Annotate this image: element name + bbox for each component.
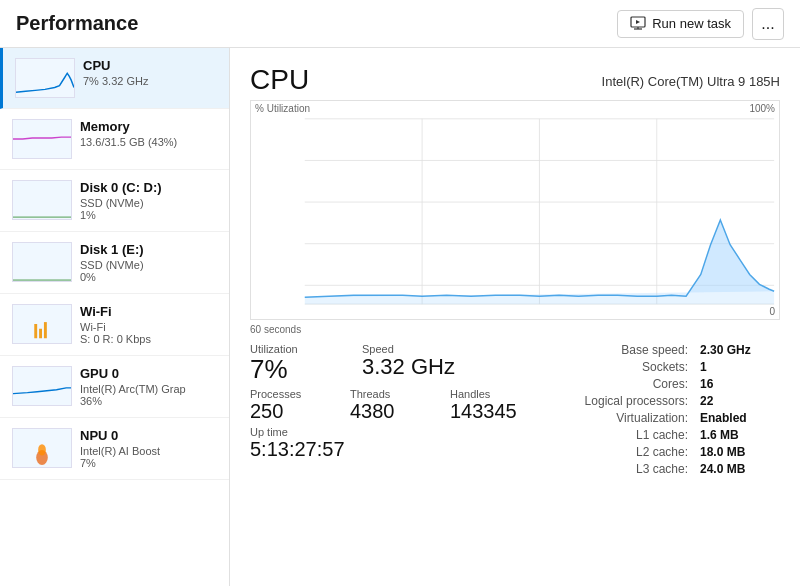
sockets-val: 1 [700, 360, 780, 374]
l3-key: L3 cache: [558, 462, 688, 476]
sidebar-item-gpu0[interactable]: GPU 0 Intel(R) Arc(TM) Grap 36% [0, 356, 229, 418]
wifi-item-info: Wi-Fi Wi-Fi S: 0 R: 0 Kbps [80, 304, 217, 345]
chart-time-label: 60 seconds [250, 324, 780, 335]
info-row-l1: L1 cache: 1.6 MB [558, 428, 780, 442]
run-new-task-button[interactable]: Run new task [617, 10, 744, 38]
handles-block: Handles 143345 [450, 388, 530, 422]
info-row-l2: L2 cache: 18.0 MB [558, 445, 780, 459]
threads-label: Threads [350, 388, 430, 400]
disk0-mini-chart [12, 180, 72, 220]
info-row-l3: L3 cache: 24.0 MB [558, 462, 780, 476]
wifi-item-sub2: S: 0 R: 0 Kbps [80, 333, 217, 345]
sidebar-item-cpu[interactable]: CPU 7% 3.32 GHz [0, 48, 229, 109]
main-layout: CPU 7% 3.32 GHz Memory 13.6/31.5 GB (43%… [0, 48, 800, 586]
memory-item-name: Memory [80, 119, 217, 134]
base-speed-val: 2.30 GHz [700, 343, 780, 357]
memory-mini-chart [12, 119, 72, 159]
handles-value: 143345 [450, 400, 530, 422]
sidebar-item-disk0[interactable]: Disk 0 (C: D:) SSD (NVMe) 1% [0, 170, 229, 232]
run-new-task-label: Run new task [652, 16, 731, 31]
disk1-mini-chart [12, 242, 72, 282]
more-options-icon: ... [761, 15, 774, 33]
npu0-mini-chart [12, 428, 72, 468]
l3-val: 24.0 MB [700, 462, 780, 476]
memory-item-sub: 13.6/31.5 GB (43%) [80, 136, 217, 148]
sockets-key: Sockets: [558, 360, 688, 374]
gpu0-item-name: GPU 0 [80, 366, 217, 381]
disk1-item-sub1: SSD (NVMe) [80, 259, 217, 271]
uptime-label: Up time [250, 426, 530, 438]
processes-block: Processes 250 [250, 388, 330, 422]
left-stats: Utilization 7% Speed 3.32 GHz Processes … [250, 343, 530, 460]
processes-value: 250 [250, 400, 330, 422]
info-row-cores: Cores: 16 [558, 377, 780, 391]
uptime-block: Up time 5:13:27:57 [250, 426, 530, 460]
utilization-value: 7% [250, 355, 330, 384]
page-title: Performance [16, 12, 138, 35]
svg-rect-5 [39, 329, 42, 339]
sidebar-item-npu0[interactable]: NPU 0 Intel(R) AI Boost 7% [0, 418, 229, 480]
disk1-item-name: Disk 1 (E:) [80, 242, 217, 257]
info-row-sockets: Sockets: 1 [558, 360, 780, 374]
cpu-chart: % Utilization 100% 0 [250, 100, 780, 320]
cpu-model: Intel(R) Core(TM) Ultra 9 185H [602, 74, 780, 89]
header-actions: Run new task ... [617, 8, 784, 40]
info-row-virtualization: Virtualization: Enabled [558, 411, 780, 425]
l1-key: L1 cache: [558, 428, 688, 442]
svg-rect-6 [34, 324, 37, 338]
info-row-base-speed: Base speed: 2.30 GHz [558, 343, 780, 357]
speed-value: 3.32 GHz [362, 355, 455, 379]
speed-block: Speed 3.32 GHz [362, 343, 455, 384]
cpu-item-name: CPU [83, 58, 217, 73]
info-row-logical-processors: Logical processors: 22 [558, 394, 780, 408]
gpu0-item-sub1: Intel(R) Arc(TM) Grap [80, 383, 217, 395]
cpu-item-sub: 7% 3.32 GHz [83, 75, 217, 87]
uptime-value: 5:13:27:57 [250, 438, 530, 460]
cpu-mini-chart [15, 58, 75, 98]
wifi-item-sub1: Wi-Fi [80, 321, 217, 333]
svg-rect-7 [44, 322, 47, 338]
header: Performance Run new task ... [0, 0, 800, 48]
processes-label: Processes [250, 388, 330, 400]
l2-key: L2 cache: [558, 445, 688, 459]
svg-point-9 [38, 444, 46, 455]
threads-value: 4380 [350, 400, 430, 422]
virtualization-key: Virtualization: [558, 411, 688, 425]
logical-processors-key: Logical processors: [558, 394, 688, 408]
npu0-item-info: NPU 0 Intel(R) AI Boost 7% [80, 428, 217, 469]
disk0-item-sub1: SSD (NVMe) [80, 197, 217, 209]
disk1-item-sub2: 0% [80, 271, 217, 283]
cpu-info-table: Base speed: 2.30 GHz Sockets: 1 Cores: 1… [558, 343, 780, 479]
gpu0-mini-chart [12, 366, 72, 406]
l1-val: 1.6 MB [700, 428, 780, 442]
gpu0-item-sub2: 36% [80, 395, 217, 407]
wifi-item-name: Wi-Fi [80, 304, 217, 319]
disk0-item-name: Disk 0 (C: D:) [80, 180, 217, 195]
base-speed-key: Base speed: [558, 343, 688, 357]
npu0-item-sub1: Intel(R) AI Boost [80, 445, 217, 457]
utilization-block: Utilization 7% [250, 343, 330, 384]
sidebar-item-wifi[interactable]: Wi-Fi Wi-Fi S: 0 R: 0 Kbps [0, 294, 229, 356]
cpu-header: CPU Intel(R) Core(TM) Ultra 9 185H [250, 64, 780, 96]
l2-val: 18.0 MB [700, 445, 780, 459]
cpu-title: CPU [250, 64, 309, 96]
npu0-item-name: NPU 0 [80, 428, 217, 443]
handles-label: Handles [450, 388, 530, 400]
sidebar-item-disk1[interactable]: Disk 1 (E:) SSD (NVMe) 0% [0, 232, 229, 294]
gpu0-item-info: GPU 0 Intel(R) Arc(TM) Grap 36% [80, 366, 217, 407]
wifi-mini-chart [12, 304, 72, 344]
npu0-item-sub2: 7% [80, 457, 217, 469]
sidebar-item-memory[interactable]: Memory 13.6/31.5 GB (43%) [0, 109, 229, 170]
threads-block: Threads 4380 [350, 388, 430, 422]
virtualization-val: Enabled [700, 411, 780, 425]
disk0-item-sub2: 1% [80, 209, 217, 221]
more-options-button[interactable]: ... [752, 8, 784, 40]
cores-key: Cores: [558, 377, 688, 391]
disk0-item-info: Disk 0 (C: D:) SSD (NVMe) 1% [80, 180, 217, 221]
memory-item-info: Memory 13.6/31.5 GB (43%) [80, 119, 217, 148]
cpu-chart-svg [251, 101, 779, 319]
disk1-item-info: Disk 1 (E:) SSD (NVMe) 0% [80, 242, 217, 283]
sidebar: CPU 7% 3.32 GHz Memory 13.6/31.5 GB (43%… [0, 48, 230, 586]
run-task-icon [630, 16, 646, 32]
stats-section: Utilization 7% Speed 3.32 GHz Processes … [250, 343, 780, 479]
